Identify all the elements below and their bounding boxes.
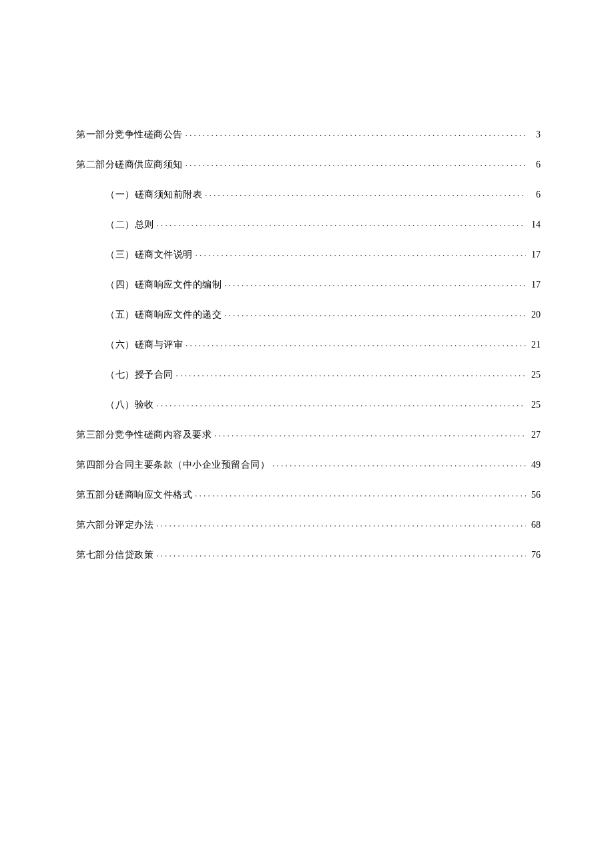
toc-leader-dots [224,278,526,288]
toc-entry-page: 20 [529,310,541,320]
toc-leader-dots [214,428,526,438]
toc-entry: 第一部分竞争性磋商公告3 [76,128,541,139]
toc-entry-label: 第一部分竞争性磋商公告 [76,130,183,139]
toc-leader-dots [156,548,526,558]
table-of-contents: 第一部分竞争性磋商公告3第二部分磋商供应商须知6（一）磋商须知前附表6（二）总则… [76,128,541,560]
toc-leader-dots [157,398,527,408]
toc-entry-label: （一）磋商须知前附表 [105,190,202,199]
toc-entry-page: 21 [529,340,541,350]
toc-entry-page: 6 [529,160,541,169]
toc-entry: （一）磋商须知前附表6 [76,188,541,199]
toc-entry-label: （五）磋商响应文件的递交 [105,310,222,320]
toc-entry-page: 27 [529,430,541,440]
toc-entry: （七）授予合同25 [76,368,541,380]
toc-leader-dots [156,518,526,528]
toc-leader-dots [272,458,526,468]
toc-entry: （六）磋商与评审21 [76,338,541,350]
toc-entry: 第二部分磋商供应商须知6 [76,158,541,169]
toc-leader-dots [186,338,526,348]
toc-entry-label: 第七部分信贷政策 [76,550,154,560]
toc-entry-label: （六）磋商与评审 [105,340,183,350]
toc-entry-page: 17 [529,280,541,290]
toc-entry-label: 第三部分竞争性磋商内容及要求 [76,430,212,440]
toc-entry: 第四部分合同主要条款（中小企业预留合同）49 [76,458,541,470]
toc-entry: 第六部分评定办法68 [76,518,541,530]
toc-entry-label: 第二部分磋商供应商须知 [76,160,183,169]
toc-entry-page: 76 [529,550,541,560]
toc-entry-page: 68 [529,520,541,530]
toc-entry: （五）磋商响应文件的递交20 [76,308,541,320]
toc-entry-label: 第四部分合同主要条款（中小企业预留合同） [76,460,270,470]
toc-entry-label: （八）验收 [105,400,154,410]
toc-leader-dots [157,218,527,228]
toc-entry: 第三部分竞争性磋商内容及要求27 [76,428,541,440]
toc-entry-page: 56 [529,490,541,500]
toc-entry-page: 6 [529,190,541,199]
toc-entry-page: 14 [529,220,541,230]
toc-entry: （二）总则14 [76,218,541,230]
toc-entry-page: 17 [529,250,541,260]
toc-leader-dots [205,188,526,197]
toc-entry: 第七部分信贷政策76 [76,548,541,560]
toc-entry-label: （二）总则 [105,220,154,230]
toc-entry-label: （四）磋商响应文件的编制 [105,280,222,290]
toc-entry-label: （七）授予合同 [105,370,174,380]
toc-leader-dots [196,248,527,258]
toc-entry-label: 第五部分磋商响应文件格式 [76,490,192,500]
toc-leader-dots [186,128,527,137]
toc-leader-dots [224,308,526,318]
toc-entry-page: 25 [529,400,541,410]
toc-entry: 第五部分磋商响应文件格式56 [76,488,541,500]
toc-entry-page: 25 [529,370,541,380]
toc-leader-dots [186,158,527,167]
toc-entry: （三）磋商文件说明17 [76,248,541,260]
toc-entry-label: （三）磋商文件说明 [105,250,193,260]
toc-entry-page: 3 [529,130,541,139]
toc-entry-page: 49 [529,460,541,470]
toc-entry: （八）验收25 [76,398,541,410]
toc-entry: （四）磋商响应文件的编制17 [76,278,541,290]
toc-leader-dots [176,368,527,378]
toc-entry-label: 第六部分评定办法 [76,520,154,530]
toc-leader-dots [195,488,526,498]
